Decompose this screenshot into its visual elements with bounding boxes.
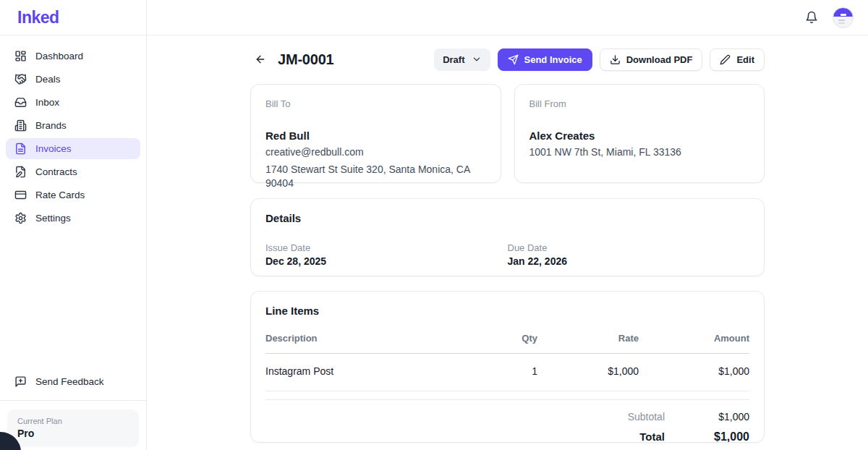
sidebar-nav: Dashboard Deals Inbox Brands Invoices Co… [0,35,146,231]
sidebar-item-brands[interactable]: Brands [6,115,140,136]
send-icon [508,54,519,65]
status-dropdown[interactable]: Draft [434,48,490,71]
dashboard-icon [14,50,27,62]
back-button[interactable] [250,49,271,69]
total-label: Total [556,430,665,443]
sidebar-item-deals[interactable]: Deals [6,69,140,90]
total-row: Total $1,000 [556,430,749,443]
sidebar-item-label: Deals [35,74,61,85]
bill-to-email: creative@redbull.com [265,145,486,159]
billing-cards-row: Bill To Red Bull creative@redbull.com 17… [250,84,765,183]
due-date-value: Jan 22, 2026 [508,255,750,267]
line-item-description: Instagram Post [265,365,472,377]
main-area: JM-0001 Draft Send Invoice Download PDF … [147,0,868,450]
line-item-row: Instagram Post 1 $1,000 $1,000 [265,354,749,391]
invoice-file-icon [14,143,27,155]
subtotal-value: $1,000 [665,411,749,423]
download-pdf-button[interactable]: Download PDF [600,48,703,71]
line-items-header-row: Description Qty Rate Amount [265,328,749,354]
sidebar-item-label: Rate Cards [35,190,85,200]
gear-icon [14,212,27,224]
current-plan-label: Current Plan [17,417,129,425]
send-feedback-button[interactable]: Send Feedback [6,371,140,392]
due-date-label: Due Date [508,242,750,253]
sidebar: Inked Dashboard Deals Inbox Brands Invoi… [0,0,147,450]
edit-button[interactable]: Edit [710,48,765,71]
building-icon [14,119,27,132]
sidebar-item-label: Settings [35,213,71,224]
sidebar-item-label: Contracts [35,166,77,177]
subtotal-row: Subtotal $1,000 [556,411,749,423]
topbar [147,0,868,35]
bill-from-label: Bill From [529,98,750,109]
column-header-description: Description [265,333,472,344]
sidebar-item-label: Brands [35,120,67,131]
line-items-title: Line Items [265,305,749,317]
pencil-icon [720,54,731,65]
chevron-down-icon [472,54,482,64]
download-icon [610,54,621,65]
sidebar-bottom: Send Feedback Current Plan Pro [0,371,146,450]
bill-to-label: Bill To [265,98,486,109]
issue-date-label: Issue Date [265,242,508,253]
sidebar-item-invoices[interactable]: Invoices [6,138,140,159]
header-actions: Draft Send Invoice Download PDF Edit [434,48,765,71]
back-arrow-icon [255,54,266,65]
column-header-qty: Qty [472,333,537,344]
app-logo: Inked [17,8,59,27]
total-value: $1,000 [665,430,749,443]
inbox-icon [14,96,27,109]
sidebar-item-contracts[interactable]: Contracts [6,161,140,182]
download-pdf-label: Download PDF [626,54,693,65]
send-feedback-label: Send Feedback [35,376,104,387]
line-item-qty: 1 [472,365,537,377]
page-title: JM-0001 [278,51,334,68]
due-date-column: Due Date Jan 22, 2026 [508,242,750,267]
bill-to-address: 1740 Stewart St Suite 320, Santa Monica,… [265,163,486,190]
sidebar-item-dashboard[interactable]: Dashboard [6,46,140,67]
details-row: Issue Date Dec 28, 2025 Due Date Jan 22,… [265,242,749,267]
edit-label: Edit [736,54,754,65]
handshake-icon [14,73,27,85]
sidebar-divider [0,400,146,401]
feedback-message-plus-icon [14,375,27,388]
issue-date-column: Issue Date Dec 28, 2025 [265,242,508,267]
contract-pen-icon [14,166,27,178]
bill-from-name: Alex Creates [529,130,750,142]
credit-card-icon [14,189,27,201]
sidebar-item-label: Invoices [35,143,72,154]
totals-section: Subtotal $1,000 Total $1,000 [265,400,749,443]
bill-from-address: 1001 NW 7th St, Miami, FL 33136 [529,145,750,159]
column-header-amount: Amount [639,333,749,344]
invoice-page: JM-0001 Draft Send Invoice Download PDF … [250,35,765,443]
current-plan-value: Pro [17,428,129,439]
notifications-button[interactable] [804,9,820,25]
current-plan-card[interactable]: Current Plan Pro [7,409,139,447]
page-header: JM-0001 Draft Send Invoice Download PDF … [250,48,765,71]
subtotal-label: Subtotal [556,411,665,423]
column-header-rate: Rate [537,333,639,344]
bill-to-card: Bill To Red Bull creative@redbull.com 17… [250,84,501,183]
sidebar-item-settings[interactable]: Settings [6,208,140,229]
bill-from-card: Bill From Alex Creates 1001 NW 7th St, M… [514,84,765,183]
send-invoice-button[interactable]: Send Invoice [498,48,592,71]
sidebar-header: Inked [0,0,146,35]
issue-date-value: Dec 28, 2025 [265,255,508,267]
sidebar-item-inbox[interactable]: Inbox [6,92,140,113]
sidebar-item-label: Dashboard [35,51,83,61]
sidebar-item-label: Inbox [35,97,59,108]
details-title: Details [265,212,749,224]
status-badge: Draft [443,54,464,65]
sidebar-item-rate-cards[interactable]: Rate Cards [6,184,140,205]
line-item-amount: $1,000 [639,365,749,377]
bill-to-name: Red Bull [265,130,486,142]
line-items-card: Line Items Description Qty Rate Amount I… [250,291,765,443]
totals-divider [265,391,749,400]
bell-icon [805,11,818,24]
send-invoice-label: Send Invoice [524,54,582,65]
line-item-rate: $1,000 [537,365,639,377]
user-avatar[interactable] [833,7,854,28]
details-card: Details Issue Date Dec 28, 2025 Due Date… [250,198,765,276]
